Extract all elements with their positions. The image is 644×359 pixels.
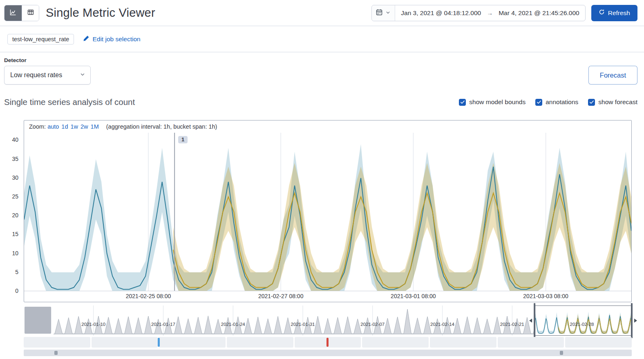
refresh-label: Refresh [608,9,630,17]
annotation-cell [92,337,158,348]
y-axis: 0510152025303540 [2,133,20,291]
y-axis-label: 35 [12,156,18,162]
zoom-bar: Zoom: auto1d1w2w1M (aggregation interval… [24,120,631,133]
context-chart[interactable]: 2021-01-102021-01-172021-01-242021-01-31… [24,305,632,336]
context-axis-label: 2021-02-28 [570,322,594,327]
overall-swimlane[interactable] [24,350,632,356]
checked-checkbox-icon [535,99,542,106]
x-axis-label: 2021-02-27 08:00 [258,293,304,299]
date-range-picker: Jan 3, 2021 @ 04:18:12.000 → Mar 4, 2021… [371,5,585,21]
annotation-cell [498,337,564,348]
context-axis-label: 2021-01-24 [221,322,246,327]
refresh-icon [599,9,605,17]
series-heading: Single time series analysis of count [4,97,135,107]
forecast-bounds-band [173,163,631,291]
zoom-link-1w[interactable]: 1w [71,123,78,130]
context-axis-label: 2021-01-31 [291,322,315,327]
brush-right-arrow-icon[interactable] [634,319,637,323]
page-header: Single Metric Viewer Jan 3, 2021 @ 04:18… [0,0,644,26]
checkbox-label: show model bounds [469,98,525,106]
context-axis-label: 2021-01-17 [151,322,175,327]
annotation-cell [227,337,293,348]
detector-select[interactable]: Low request rates [4,66,91,85]
annotation-marker-red[interactable] [326,338,329,347]
brush-right-handle[interactable] [631,303,633,338]
context-axis-label: 2021-02-14 [430,322,455,327]
refresh-button[interactable]: Refresh [591,5,637,21]
x-axis-label: 2021-03-01 08:00 [391,293,436,299]
checkbox-label: show forecast [598,98,637,106]
end-date-button[interactable]: Mar 4, 2021 @ 21:45:26.000 [493,9,585,17]
page-title: Single Metric Viewer [46,6,155,20]
zoom-link-2w[interactable]: 2w [80,123,88,130]
job-badge: test-low_request_rate [7,34,74,45]
single-metric-viewer-page: Single Metric Viewer Jan 3, 2021 @ 04:18… [0,0,644,359]
detector-section: Detector Low request rates Forecast [0,52,644,85]
y-axis-label: 40 [12,136,18,143]
chevron-down-icon [80,71,85,79]
aggregation-info: (aggregation interval: 1h, bucket span: … [106,123,217,130]
series-header: Single time series analysis of count sho… [0,97,644,107]
chart-view-button[interactable] [4,5,22,21]
annotation-cell [430,337,496,348]
checkbox-label: annotations [546,98,578,106]
pencil-icon [83,35,89,43]
table-icon [27,9,34,17]
quick-select-button[interactable] [372,5,395,21]
x-axis: 2021-02-25 08:002021-02-27 08:002021-03-… [24,291,631,302]
y-axis-label: 10 [12,250,18,256]
main-chart-container: Zoom: auto1d1w2w1M (aggregation interval… [24,120,632,302]
annotation-cell [159,337,226,348]
annotation-cell [362,337,429,348]
main-chart-plot[interactable]: 0510152025303540 1 [24,133,631,291]
checkbox-show-model-bounds[interactable]: show model bounds [459,98,525,106]
table-view-button[interactable] [22,5,39,21]
edit-job-selection-label: Edit job selection [92,36,140,43]
annotation-badge[interactable]: 1 [178,136,188,143]
zoom-link-auto[interactable]: auto [47,123,59,130]
annotations-track [24,337,632,348]
y-axis-label: 20 [12,212,18,219]
date-range-arrow-icon: → [487,9,493,16]
swimlane-marker[interactable] [54,351,58,355]
chevron-down-icon [385,10,391,16]
y-axis-label: 0 [15,288,18,294]
y-axis-label: 25 [12,193,18,200]
context-axis-label: 2021-02-07 [360,322,385,327]
calendar-icon [376,9,382,17]
checkbox-show-forecast[interactable]: show forecast [588,98,637,106]
job-selection-bar: test-low_request_rate Edit job selection [0,26,644,52]
annotation-cell [24,337,90,348]
context-axis-label: 2021-02-21 [500,322,524,327]
view-toggle-group [4,5,39,21]
zoom-link-1M[interactable]: 1M [91,123,99,130]
annotation-cell [565,337,632,348]
zoom-prefix: Zoom: [29,123,46,130]
forecast-button[interactable]: Forecast [588,66,637,85]
detector-label: Detector [4,57,91,63]
main-chart-svg[interactable] [24,133,631,291]
checkbox-annotations[interactable]: annotations [535,98,578,106]
swimlane-marker[interactable] [560,351,563,355]
y-axis-label: 5 [15,269,18,275]
line-chart-icon [10,9,16,17]
brush-left-arrow-icon[interactable] [529,319,532,323]
zoom-links: auto1d1w2w1M [47,123,101,130]
chart-area: Zoom: auto1d1w2w1M (aggregation interval… [24,120,632,356]
checked-checkbox-icon [588,99,595,106]
y-axis-label: 15 [12,231,18,237]
context-axis-label: 2021-01-10 [81,322,105,327]
annotation-marker-blue[interactable] [158,338,160,347]
zoom-link-1d[interactable]: 1d [61,123,68,130]
checked-checkbox-icon [459,99,466,106]
brush-left-handle[interactable] [534,303,535,338]
y-axis-label: 30 [12,174,18,181]
x-axis-label: 2021-03-03 08:00 [523,293,568,299]
x-axis-label: 2021-02-25 08:00 [126,293,171,299]
start-date-button[interactable]: Jan 3, 2021 @ 04:18:12.000 [395,9,487,17]
edit-job-selection-link[interactable]: Edit job selection [80,35,143,44]
chart-options: show model bounds annotations show forec… [459,98,637,106]
detector-selected-value: Low request rates [10,71,62,79]
context-no-data-block [25,307,51,334]
